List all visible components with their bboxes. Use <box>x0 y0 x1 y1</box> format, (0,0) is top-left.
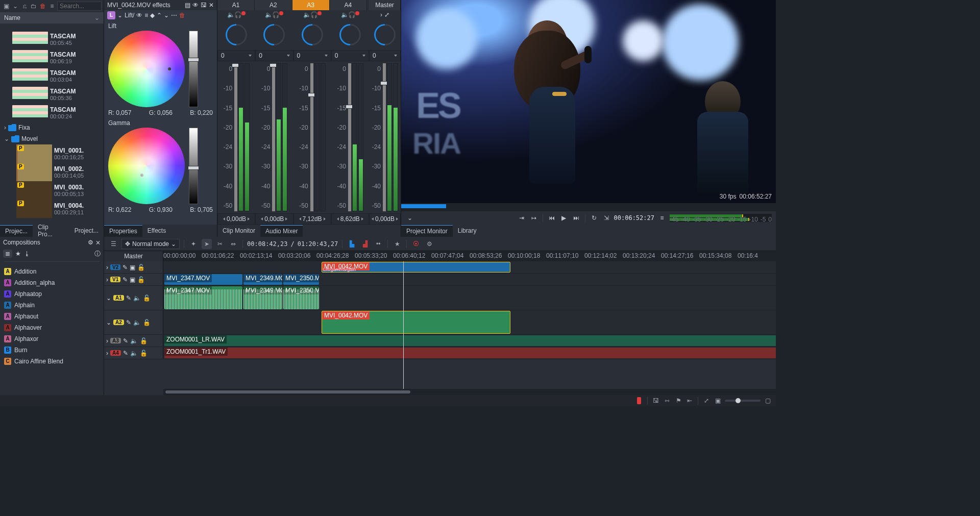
visibility-icon[interactable]: 👁 <box>192 2 199 9</box>
volume-fader[interactable] <box>348 63 351 211</box>
mixer-channel-tab[interactable]: A1 <box>217 0 255 10</box>
gain-readout[interactable]: 0,00dB <box>217 213 255 225</box>
magic-icon[interactable]: ✦ <box>188 239 199 249</box>
edit-icon[interactable]: ✎ <box>123 337 128 345</box>
timeline-clip[interactable]: MVI_0042.MOV Lift/gamma/gain <box>322 262 510 273</box>
zoom-out-icon[interactable]: ▣ <box>714 397 722 405</box>
list-view-icon[interactable]: ≣ <box>3 250 12 258</box>
edit-icon[interactable]: ✎ <box>122 264 128 271</box>
delete-icon[interactable]: 🗑 <box>39 3 47 10</box>
spacer-icon[interactable]: ⇔ <box>228 239 238 249</box>
mute-icon[interactable]: 🔈 <box>227 11 232 16</box>
bin-search-input[interactable] <box>57 2 102 11</box>
visibility-icon[interactable]: ▣ <box>130 276 135 283</box>
track-lane[interactable]: MVI_2347.MOVMVI_2349.MOVMVI_2350.MO <box>163 286 776 310</box>
mute-icon[interactable]: 🔈 <box>341 11 346 16</box>
mix-up-icon[interactable]: ▟ <box>360 239 370 249</box>
timeline-ruler[interactable]: 00:00:00;0000:01:06;2200:02:13;1400:03:2… <box>163 251 776 261</box>
composition-item[interactable]: B Burn <box>0 345 104 356</box>
pan-knob[interactable] <box>370 19 400 50</box>
pan-spinner[interactable]: 0 <box>369 50 401 61</box>
track-header[interactable]: › A4 ✎ 🔈 🔓 <box>104 347 163 359</box>
lock-icon[interactable]: 🔓 <box>140 350 148 357</box>
lock-icon[interactable]: 🔓 <box>137 276 145 283</box>
edit-icon[interactable]: ✎ <box>123 350 128 357</box>
chevron-icon[interactable]: › <box>106 337 108 345</box>
add-clip-icon[interactable]: ⎌ <box>20 3 29 10</box>
pan-spinner[interactable]: 0 <box>293 50 331 61</box>
contrast-slider[interactable] <box>189 128 198 204</box>
marker-jump-icon[interactable]: ⇲ <box>602 213 611 223</box>
snap-icon[interactable]: ⇤ <box>685 397 694 405</box>
favorites-icon[interactable]: ★ <box>15 250 21 257</box>
zoom-slider[interactable] <box>725 400 761 402</box>
lock-icon[interactable]: 🔓 <box>143 294 151 302</box>
record-arm-icon[interactable] <box>317 11 322 15</box>
edit-icon[interactable]: ✎ <box>122 276 128 283</box>
timeline-clip[interactable]: MVI_2347.MOV <box>164 274 242 285</box>
timeline-clip[interactable]: MVI_2350.MO <box>283 274 319 285</box>
track-header[interactable]: › A3 ✎ 🔈 🔓 <box>104 335 163 347</box>
tab-audio-mixer[interactable]: Audio Mixer <box>260 225 303 237</box>
mixer-channel-tab[interactable]: A3 <box>292 0 330 10</box>
settings-icon[interactable]: ⚙ <box>424 239 434 249</box>
timeline-clip[interactable]: MVI_2347.MOV <box>164 286 242 309</box>
bin-audio-clip[interactable]: TASCAM 00:05:36 <box>0 85 97 104</box>
loop-icon[interactable]: ↻ <box>590 213 599 223</box>
track-header[interactable]: › V1 ✎ ▣ 🔓 <box>104 274 163 285</box>
volume-fader[interactable] <box>272 63 275 211</box>
set-out-icon[interactable]: ↦ <box>529 213 538 223</box>
bookmark-icon[interactable]: ▤ <box>185 2 190 9</box>
gain-readout[interactable]: 8,62dB <box>331 213 369 225</box>
composition-item[interactable]: A Alphaxor <box>0 333 104 345</box>
keyframe-icon[interactable]: ◆ <box>150 12 155 19</box>
mix-both-icon[interactable]: •• <box>373 239 383 249</box>
timeline-clip[interactable]: MVI_2349.MOV <box>243 286 282 309</box>
track-header[interactable]: ⌄ A2 ✎ 🔈 🔓 <box>104 310 163 334</box>
favorite-icon[interactable]: ★ <box>392 239 402 249</box>
pointer-icon[interactable]: ➤ <box>202 239 212 249</box>
track-lane[interactable]: MVI_0042.MOV <box>163 310 776 334</box>
move-up-icon[interactable]: ⌃ <box>157 12 162 19</box>
bin-folder[interactable]: › Fixa <box>0 122 97 133</box>
track-lane[interactable]: MVI_0042.MOV Lift/gamma/gain <box>163 261 776 273</box>
info-icon[interactable]: ⓘ <box>94 250 101 258</box>
lock-icon[interactable]: 🔓 <box>143 319 151 326</box>
timeline-h-scrollbar[interactable] <box>104 389 776 395</box>
move-down-icon[interactable]: ⌄ <box>164 12 169 19</box>
timeline-clip[interactable]: MVI_2349.MOV <box>243 274 282 285</box>
mute-icon[interactable]: 🔈 <box>265 11 270 16</box>
dropdown-icon[interactable]: ⌄ <box>405 213 414 223</box>
expand-icon[interactable]: ⤢ <box>384 11 389 19</box>
settings-icon[interactable]: ⚙ <box>88 239 93 246</box>
record-arm-icon[interactable] <box>355 11 359 15</box>
bin-tab[interactable]: Projec... <box>0 225 33 237</box>
save-icon[interactable]: 🖫 <box>652 397 660 405</box>
record-icon[interactable]: ⦿ <box>411 239 421 249</box>
color-wheel[interactable] <box>108 31 185 107</box>
chevron-icon[interactable]: ⌄ <box>106 294 111 302</box>
flag-icon[interactable]: ⚑ <box>674 397 682 405</box>
contrast-slider[interactable] <box>189 31 198 107</box>
composition-item[interactable]: A Alphaatop <box>0 288 104 300</box>
color-wheel[interactable] <box>108 128 185 204</box>
lock-icon[interactable]: 🔓 <box>140 337 148 345</box>
bin-audio-clip[interactable]: TASCAM 00:05:45 <box>0 30 97 48</box>
bin-audio-clip[interactable]: TASCAM 00:06:19 <box>0 48 97 67</box>
timeline-clip[interactable]: MVI_0042.MOV <box>322 311 510 334</box>
fit-icon[interactable]: ⇿ <box>663 397 671 405</box>
gain-readout[interactable]: 0,00dB <box>369 213 401 225</box>
track-header[interactable]: ⌄ A1 ✎ 🔈 🔓 <box>104 286 163 310</box>
composition-item[interactable]: A Alphain <box>0 300 104 311</box>
solo-icon[interactable]: 🎧 <box>348 11 353 16</box>
visibility-icon[interactable]: 🔈 <box>130 350 138 357</box>
set-in-icon[interactable]: ⇥ <box>517 213 526 223</box>
solo-icon[interactable]: 🎧 <box>272 11 277 16</box>
zoom-in-icon[interactable]: ▢ <box>764 397 772 405</box>
bin-audio-clip[interactable]: TASCAM 00:00:24 <box>0 104 97 122</box>
visibility-icon[interactable]: ▣ <box>130 264 135 271</box>
mixer-channel-tab[interactable]: A2 <box>255 0 292 10</box>
track-lane[interactable]: ZOOM0001_Tr1.WAV <box>163 347 776 359</box>
pan-spinner[interactable]: 0 <box>217 50 255 61</box>
chevron-icon[interactable]: › <box>106 276 108 283</box>
